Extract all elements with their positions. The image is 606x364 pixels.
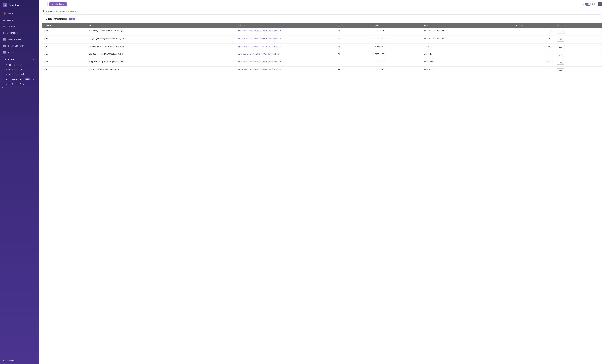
menu-button[interactable]: ☰ [42,1,48,7]
commodities-icon: ◎ [3,31,5,34]
connect-banks-label: Connect Banks [13,73,25,75]
sub-dot [6,69,7,70]
cell-desc: Uber 063015 [422,66,514,74]
breadcrumb-book[interactable]: mybook [59,10,65,12]
sidebar-item-open-txns[interactable]: ⊟ Open TXNs 181 [2,77,37,82]
cell-amount: 4.33 [514,51,555,59]
cell-extractor: plaid [42,36,87,43]
cell-filename[interactable]: import-data/connect/Citibank Online/Plai… [236,28,336,36]
import-label: Import [8,58,14,61]
cell-id: GlKok8ZJkycN9nAKM75XC8DDZjBJpyF6gyD6l [87,51,236,59]
cell-date: 2022-11-26 [373,43,422,51]
cell-date: 2022-10-31 [373,28,422,36]
nav-forms[interactable]: ⬜ Forms [0,49,39,56]
breadcrumb-user[interactable]: fangpenlin [45,10,53,12]
breadcrumb-page[interactable]: Open Trans... [70,10,81,12]
add-button[interactable]: Add [557,53,565,57]
open-txns-label: Open TXNs [12,78,22,80]
sub-dot [6,84,7,85]
nav-settings[interactable]: ⚙ Settings [0,358,39,364]
content-area: 👤 fangpenlin / 📋 mybook / ⊟ Open Trans..… [39,8,606,364]
cell-amount: 5.40 [514,66,555,74]
cell-desc: Uber 063015 SF**POOL** [422,28,514,36]
cell-desc: Uber 072515 SF**POOL** [422,36,514,43]
nav-commodities[interactable]: ◎ Commodities [0,30,39,36]
cell-amount: 89.40 [514,43,555,51]
settings-icon: ⚙ [3,359,5,362]
cell-amount: -500.00 [514,59,555,66]
nav-home[interactable]: 🏠 Home [0,10,39,17]
add-filter-button[interactable]: ▽ Add filter ▾ [49,2,67,7]
cell-extractor: plaid [42,51,87,59]
cell-lineno: 19 [336,43,373,51]
app-name: BeanHub [9,4,20,7]
toggle-label: OFF [592,3,595,5]
cell-lineno: 22 [336,59,373,66]
breadcrumb-txn-icon: ⊟ [68,10,69,12]
sidebar-item-upload-files[interactable]: ⬆ Upload Files [2,67,37,72]
sub-dot [6,64,7,65]
cell-filename[interactable]: import-data/connect/Citibank Online/Plai… [236,36,336,43]
input-files-label: Input Files [13,64,22,66]
add-button[interactable]: Add [557,30,565,34]
settings-nav: ⚙ Settings [0,358,39,364]
cell-action: Add [555,28,602,36]
import-header[interactable]: ⬆ Import ∧ [2,56,37,62]
cell-filename[interactable]: import-data/connect/Citibank Online/Plai… [236,66,336,74]
cell-lineno: 21 [336,51,373,59]
cell-filename[interactable]: import-data/connect/Citibank Online/Plai… [236,59,336,66]
table-row: plaid GlKok8ZJkycN9nAKM75XC8DDZjBJpyF6gy… [42,51,602,59]
sidebar-item-input-files[interactable]: 📄 Input Files [2,62,37,67]
sidebar-item-connect-banks[interactable]: 🏛 Connect Banks [2,72,37,77]
breadcrumb-user-icon: 👤 [42,10,44,12]
cell-extractor: plaid [42,59,87,66]
sidebar-item-pending-txns[interactable]: ⊟ Pending TXNs [2,82,37,87]
user-avatar[interactable]: 👤 [597,2,602,7]
col-amount: Amount [514,23,555,28]
cell-date: 2022-11-29 [373,59,422,66]
file-icon: 📄 [9,64,11,66]
cell-desc: United Airlines [422,59,514,66]
nav-income-statement-label: Income Statement [8,45,24,47]
table-row: plaid mz3b9oyv9guBo1WE6zqNT6jjBnZXPKcgZz… [42,28,602,36]
dark-mode-toggle[interactable]: 🌙 OFF [582,2,595,6]
cell-date: 2022-11-13 [373,36,422,43]
cell-filename[interactable]: import-data/connect/Citibank Online/Plai… [236,51,336,59]
col-action: Action [555,23,602,28]
home-icon: 🏠 [3,12,6,15]
col-filename: Filename [236,23,336,28]
nav-journal[interactable]: ☰ Journal [0,17,39,23]
page-header: Open Transactions 181 [42,14,602,23]
toggle-thumb [588,3,591,5]
add-button[interactable]: Add [557,38,565,41]
cell-id: EylvroeJrwFKxB6kGP5bhy559dRDzgf4nJW4q [87,66,236,74]
add-button[interactable]: Add [557,45,565,49]
nav-income-statement[interactable]: 📈 Income Statement [0,43,39,49]
nav-balance-sheet[interactable]: 📊 Balance Sheet [0,36,39,43]
cell-amount: 5.40 [514,28,555,36]
accounts-icon: ⊟ [3,25,5,28]
add-button[interactable]: Add [557,68,565,72]
cell-action: Add [555,36,602,43]
table-row: plaid EylvroeJrwFKxB6kGP5bhy559dRDzgf4nJ… [42,66,602,74]
col-desc: Desc [422,23,514,28]
sub-dot [6,74,7,75]
table-row: plaid bAPgjNEZj6FaEdqGQP4lsx33gAbQw9umpQ… [42,36,602,43]
nav-commodities-label: Commodities [7,32,19,34]
journal-icon: ☰ [3,18,5,21]
cell-id: WQqz4lN34LcGxZpk6L5BhBNNga9vqwi6zKe6G [87,59,236,66]
logo-icon: S [3,3,7,7]
transaction-count-badge: 181 [69,17,75,20]
nav-accounts[interactable]: ⊟ Accounts [0,23,39,30]
add-button[interactable]: Add [557,61,565,65]
import-icon: ⬆ [4,58,6,61]
cell-desc: SparkFun [422,43,514,51]
col-date: Date [373,23,422,28]
toggle-track[interactable] [585,2,591,6]
cell-lineno: 18 [336,36,373,43]
import-subnav: 📄 Input Files ⬆ Upload Files 🏛 Connect B… [2,62,37,88]
nav-balance-sheet-label: Balance Sheet [8,38,21,40]
cell-filename[interactable]: import-data/connect/Citibank Online/Plai… [236,43,336,51]
sub-dot-active [6,79,7,80]
moon-icon: 🌙 [582,3,584,5]
